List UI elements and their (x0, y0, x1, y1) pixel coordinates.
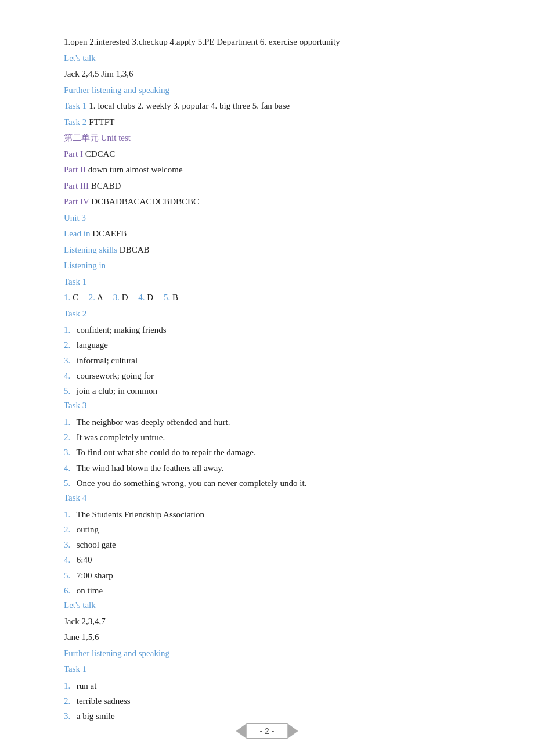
task3-label-u3: Task 3 (64, 398, 470, 413)
list-item: 1. run at (64, 678, 470, 693)
lets-talk-label-2: Let's talk (64, 598, 470, 613)
list-item: 2. terrible sadness (64, 693, 470, 708)
part1-label: Part I (64, 149, 83, 159)
task1-num-5: 5. (164, 293, 170, 302)
task3-list: 1. The neighbor was deeply offended and … (64, 415, 470, 491)
list-item: 3. school gate (64, 537, 470, 552)
further-listening-label-2: Further listening and speaking (64, 646, 470, 661)
lets-talk-label-1: Let's talk (64, 51, 470, 66)
further-task1-row: Task 1 1. local clubs 2. weekly 3. popul… (64, 99, 470, 114)
part2-label: Part II (64, 165, 86, 174)
part3-answers: BCABD (91, 181, 121, 190)
intro-line1: 1.open 2.interested 3.checkup 4.apply 5.… (64, 35, 470, 50)
further-task1-label: Task 1 (64, 101, 86, 110)
leadin-answers: DCAEFB (92, 229, 127, 238)
jack-jim-line: Jack 2,4,5 Jim 1,3,6 (64, 67, 470, 82)
page-number: - 2 - (247, 723, 288, 739)
listening-skills-row: Listening skills DBCAB (64, 243, 470, 258)
part3-label: Part III (64, 181, 89, 190)
list-item: 1. The neighbor was deeply offended and … (64, 415, 470, 430)
part3-row: Part III BCABD (64, 179, 470, 194)
listening-skills-label: Listening skills (64, 245, 117, 254)
further-task1-label-2: Task 1 (64, 662, 470, 677)
task1-num-1: 1. (64, 293, 70, 302)
task4-label-u3: Task 4 (64, 491, 470, 506)
part2-answers: down turn almost welcome (88, 165, 183, 174)
further-task2-answers: FTTFT (89, 117, 114, 127)
list-item: 4. coursework; going for (64, 368, 470, 383)
part1-answers: CDCAC (85, 149, 116, 159)
list-item: 3. a big smile (64, 708, 470, 723)
further-task2-label: Task 2 (64, 117, 86, 127)
next-page-arrow[interactable] (287, 723, 298, 739)
task1-num-3: 3. (113, 293, 120, 302)
task2-list: 1. confident; making friends 2. language… (64, 322, 470, 398)
task1-num-2: 2. (89, 293, 95, 302)
further-task1-list: 1. run at 2. terrible sadness 3. a big s… (64, 678, 470, 724)
part4-row: Part IV DCBADBACACDCBDBCBC (64, 195, 470, 210)
listening-skills-answers: DBCAB (120, 245, 150, 254)
list-item: 5. Once you do something wrong, you can … (64, 476, 470, 491)
task1-answers-row: 1. C 2. A 3. D 4. D 5. B (64, 290, 470, 305)
task1-label-u3: Task 1 (64, 275, 470, 290)
page-footer: - 2 - (236, 723, 298, 739)
further-listening-label-1: Further listening and speaking (64, 83, 470, 98)
list-item: 5. join a club; in common (64, 383, 470, 398)
list-item: 2. language (64, 337, 470, 352)
intro-text: 1.open 2.interested 3.checkup 4.apply 5.… (64, 37, 340, 46)
jack-line-u3: Jack 2,3,4,7 (64, 614, 470, 629)
prev-page-arrow[interactable] (236, 723, 247, 739)
task1-num-4: 4. (138, 293, 145, 302)
list-item: 1. confident; making friends (64, 322, 470, 337)
further-task2-row: Task 2 FTTFT (64, 115, 470, 130)
list-item: 3. informal; cultural (64, 353, 470, 368)
leadin-row: Lead in DCAEFB (64, 226, 470, 242)
further-task1-answers: 1. local clubs 2. weekly 3. popular 4. b… (89, 101, 290, 110)
part1-row: Part I CDCAC (64, 147, 470, 162)
task2-label-u3: Task 2 (64, 307, 470, 322)
list-item: 2. outing (64, 522, 470, 537)
part4-answers: DCBADBACACDCBDBCBC (91, 197, 199, 206)
list-item: 4. 6:40 (64, 552, 470, 567)
list-item: 4. The wind had blown the feathers all a… (64, 460, 470, 476)
list-item: 1. The Students Friendship Association (64, 507, 470, 522)
part2-row: Part II down turn almost welcome (64, 163, 470, 178)
list-item: 2. It was completely untrue. (64, 430, 470, 445)
jane-line-u3: Jane 1,5,6 (64, 630, 470, 645)
unit3-label: Unit 3 (64, 211, 470, 226)
unit2-label: 第二单元 Unit test (64, 131, 470, 146)
list-item: 5. 7:00 sharp (64, 568, 470, 583)
list-item: 6. on time (64, 583, 470, 598)
task4-list: 1. The Students Friendship Association 2… (64, 507, 470, 599)
list-item: 3. To find out what she could do to repa… (64, 445, 470, 460)
leadin-label: Lead in (64, 229, 90, 238)
part4-label: Part IV (64, 197, 89, 206)
listening-in-label: Listening in (64, 258, 470, 273)
